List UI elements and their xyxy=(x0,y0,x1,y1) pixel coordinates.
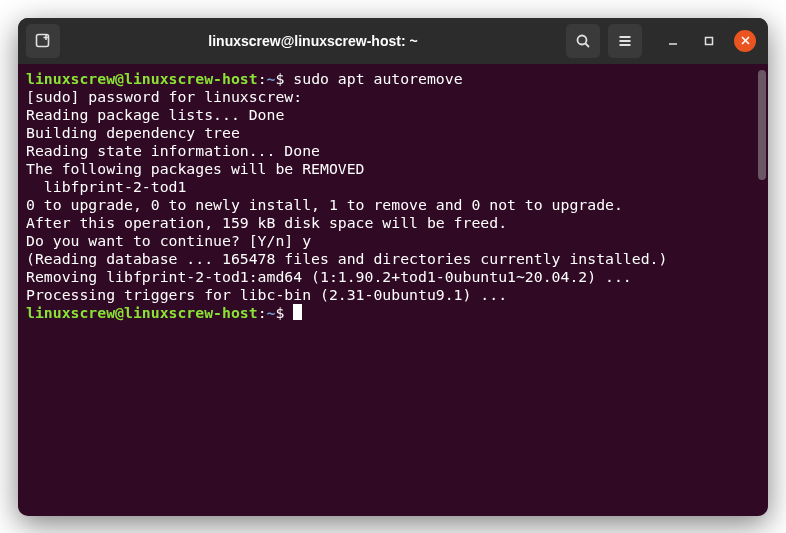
prompt-sep2: $ xyxy=(275,70,284,87)
maximize-button[interactable] xyxy=(698,30,720,52)
svg-point-3 xyxy=(578,35,587,44)
cursor xyxy=(293,304,302,320)
window-controls xyxy=(662,30,756,52)
prompt-user-host: linuxscrew@linuxscrew-host xyxy=(26,70,258,87)
svg-line-4 xyxy=(586,43,590,47)
command-text: sudo apt autoremove xyxy=(293,70,462,87)
titlebar-right xyxy=(566,24,760,58)
output-line: Reading state information... Done xyxy=(26,142,320,159)
terminal-content: linuxscrew@linuxscrew-host:~$ sudo apt a… xyxy=(26,70,760,322)
output-line: [sudo] password for linuxscrew: xyxy=(26,88,302,105)
terminal-window: linuxscrew@linuxscrew-host: ~ xyxy=(18,18,768,516)
output-line: The following packages will be REMOVED xyxy=(26,160,365,177)
search-button[interactable] xyxy=(566,24,600,58)
terminal-body[interactable]: linuxscrew@linuxscrew-host:~$ sudo apt a… xyxy=(18,64,768,516)
output-line: Removing libfprint-2-tod1:amd64 (1:1.90.… xyxy=(26,268,632,285)
output-line: After this operation, 159 kB disk space … xyxy=(26,214,507,231)
new-tab-button[interactable] xyxy=(26,24,60,58)
prompt-user-host: linuxscrew@linuxscrew-host xyxy=(26,304,258,321)
new-tab-icon xyxy=(34,32,52,50)
output-line: Reading package lists... Done xyxy=(26,106,284,123)
close-icon xyxy=(740,35,751,46)
scrollbar-thumb[interactable] xyxy=(758,70,766,180)
output-line: 0 to upgrade, 0 to newly install, 1 to r… xyxy=(26,196,623,213)
output-line: Processing triggers for libc-bin (2.31-0… xyxy=(26,286,507,303)
search-icon xyxy=(575,33,591,49)
close-button[interactable] xyxy=(734,30,756,52)
minimize-button[interactable] xyxy=(662,30,684,52)
output-line: Do you want to continue? [Y/n] y xyxy=(26,232,311,249)
maximize-icon xyxy=(703,35,715,47)
menu-button[interactable] xyxy=(608,24,642,58)
svg-rect-9 xyxy=(706,37,713,44)
hamburger-icon xyxy=(617,33,633,49)
prompt-sep1: : xyxy=(258,304,267,321)
titlebar-left xyxy=(26,24,60,58)
prompt-sep2: $ xyxy=(275,304,284,321)
titlebar: linuxscrew@linuxscrew-host: ~ xyxy=(18,18,768,64)
prompt-sep1: : xyxy=(258,70,267,87)
output-line: Building dependency tree xyxy=(26,124,240,141)
minimize-icon xyxy=(667,35,679,47)
output-line: libfprint-2-tod1 xyxy=(26,178,186,195)
window-title: linuxscrew@linuxscrew-host: ~ xyxy=(60,33,566,49)
output-line: (Reading database ... 165478 files and d… xyxy=(26,250,667,267)
